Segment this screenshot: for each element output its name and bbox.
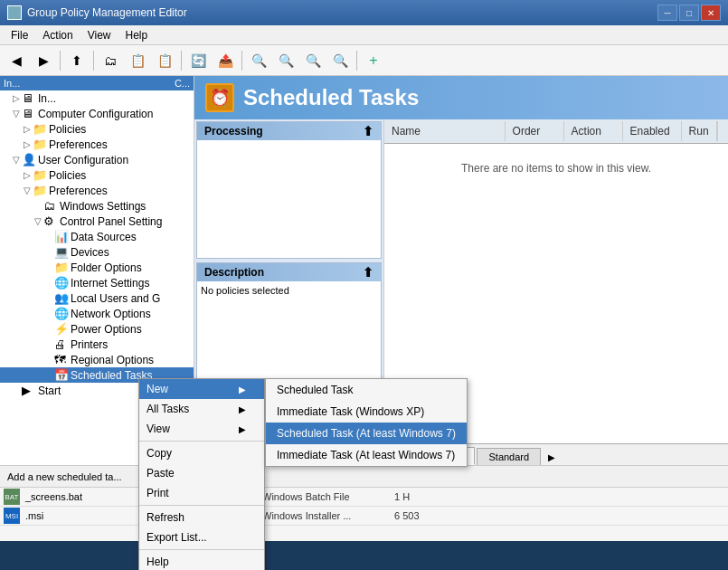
ctx-all-tasks[interactable]: All Tasks ▶ <box>139 399 264 419</box>
ctx-sep1 <box>139 441 264 442</box>
main-context-menu: New ▶ All Tasks ▶ View ▶ Copy Paste Prin… <box>138 378 265 570</box>
submenu-arrow: ▶ <box>239 385 246 394</box>
sub-ctx-label: Scheduled Task (At least Windows 7) <box>277 427 456 440</box>
ctx-paste[interactable]: Paste <box>139 463 264 483</box>
submenu-arrow: ▶ <box>239 404 246 414</box>
ctx-sep3 <box>139 549 264 550</box>
context-menu-overlay[interactable]: New ▶ All Tasks ▶ View ▶ Copy Paste Prin… <box>0 0 728 570</box>
sub-ctx-scheduled-task[interactable]: Scheduled Task <box>266 379 467 401</box>
sub-ctx-label: Scheduled Task <box>277 384 354 396</box>
sub-ctx-label: Immediate Task (Windows XP) <box>277 405 424 418</box>
ctx-print[interactable]: Print <box>139 483 264 503</box>
ctx-help[interactable]: Help <box>139 552 264 570</box>
ctx-copy-label: Copy <box>147 447 172 460</box>
sub-ctx-label: Immediate Task (At least Windows 7) <box>277 449 455 461</box>
ctx-new-label: New <box>147 383 168 395</box>
ctx-paste-label: Paste <box>147 467 175 480</box>
ctx-print-label: Print <box>147 487 169 499</box>
ctx-export-label: Export List... <box>147 531 207 544</box>
submenu-arrow: ▶ <box>239 424 246 434</box>
ctx-refresh[interactable]: Refresh <box>139 508 264 527</box>
ctx-new[interactable]: New ▶ <box>139 379 264 399</box>
sub-ctx-immediate-xp[interactable]: Immediate Task (Windows XP) <box>266 401 467 423</box>
ctx-help-label: Help <box>147 556 169 568</box>
ctx-view-label: View <box>147 423 170 435</box>
ctx-sep2 <box>139 505 264 506</box>
ctx-export-list[interactable]: Export List... <box>139 527 264 547</box>
ctx-all-tasks-label: All Tasks <box>147 403 189 415</box>
sub-ctx-scheduled-win7[interactable]: Scheduled Task (At least Windows 7) <box>266 423 467 444</box>
sub-ctx-immediate-win7[interactable]: Immediate Task (At least Windows 7) <box>266 444 467 466</box>
ctx-copy[interactable]: Copy <box>139 443 264 463</box>
sub-context-menu-new: Scheduled Task Immediate Task (Windows X… <box>265 378 468 467</box>
ctx-refresh-label: Refresh <box>147 511 184 524</box>
ctx-view[interactable]: View ▶ <box>139 419 264 439</box>
